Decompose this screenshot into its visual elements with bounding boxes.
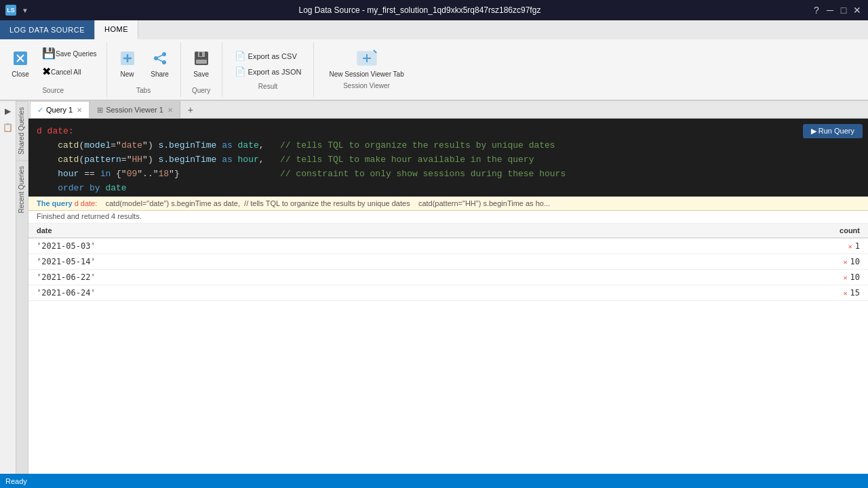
status-text: Ready [5, 477, 27, 485]
title-bar: LS ▼ Log Data Source - my_first_solution… [0, 0, 868, 20]
ribbon-group-source: Close 💾 Save Queries ✖ Cancel All Source [0, 42, 107, 97]
cell-date: '2021-06-22' [28, 270, 593, 285]
svg-point-8 [154, 56, 158, 60]
table-row: '2021-06-22'✕10 [28, 270, 868, 285]
recent-queries-tab[interactable]: Recent Queries [16, 160, 28, 218]
source-group-label: Source [42, 87, 64, 94]
shared-queries-tab[interactable]: Shared Queries [16, 101, 28, 160]
dropdown-arrow-icon[interactable]: ▼ [22, 7, 28, 14]
count-icon: ✕ [844, 274, 848, 281]
new-label: New [121, 70, 134, 78]
count-value: 10 [850, 272, 860, 282]
session-tab-1-close[interactable]: ✕ [167, 106, 173, 114]
new-button[interactable]: New [113, 45, 142, 81]
count-value: 15 [850, 288, 860, 298]
left-panel: ▶ 📋 [0, 101, 16, 474]
app-icon: LS [5, 5, 16, 16]
maximize-button[interactable]: □ [838, 5, 849, 16]
share-button[interactable]: Share [145, 45, 175, 81]
session-tab-1-icon: ⊞ [97, 106, 103, 115]
close-button[interactable]: ✕ [852, 5, 863, 16]
share-icon [149, 47, 171, 69]
query-var-name: d date: [75, 199, 98, 207]
save-queries-button[interactable]: 💾 Save Queries [38, 45, 101, 62]
cell-date: '2021-06-24' [28, 285, 593, 301]
run-query-button[interactable]: ▶ Run Query [803, 124, 863, 138]
save-button[interactable]: Save [186, 45, 216, 81]
new-session-viewer-tab-button[interactable]: New Session Viewer Tab [325, 45, 408, 81]
cell-count: ✕15 [593, 285, 868, 301]
save-icon [191, 47, 212, 69]
share-label: Share [151, 70, 169, 78]
minimize-button[interactable]: ─ [825, 5, 835, 16]
cancel-all-button[interactable]: ✖ Cancel All [38, 63, 101, 80]
ribbon-group-result: 📄 Export as CSV 📄 Export as JSON Result [222, 42, 315, 97]
query-group-label: Query [192, 87, 210, 94]
code-line-2: catd(model="date") s.beginTime as date, … [37, 138, 860, 152]
count-value: 1 [855, 241, 860, 251]
tab-log-data-source[interactable]: LOG DATA SOURCE [0, 20, 95, 39]
side-tabs: Shared Queries Recent Queries [16, 101, 28, 474]
col-header-date: date [28, 224, 593, 238]
ribbon-group-query: Save Query [181, 42, 222, 97]
svg-line-10 [157, 59, 163, 62]
add-tab-button[interactable]: + [183, 102, 198, 117]
table-row: '2021-05-03'✕1 [28, 238, 868, 254]
ribbon-group-tabs: New Share Tabs [107, 42, 181, 97]
finished-text: Finished and returned 4 results. [28, 211, 868, 224]
close-label: Close [12, 70, 29, 78]
query-body: catd(model="date") s.beginTime as date, … [97, 199, 550, 207]
help-button[interactable]: ? [811, 5, 822, 16]
svg-point-7 [162, 60, 166, 64]
save-label: Save [193, 70, 209, 78]
panel-icon-2[interactable]: 📋 [1, 120, 16, 135]
ribbon-group-session-viewer: New Session Viewer Tab Session Viewer [314, 42, 418, 97]
query-tab-1-close[interactable]: ✕ [77, 106, 82, 114]
cell-count: ✕1 [593, 238, 868, 254]
export-json-button[interactable]: 📄 Export as JSON [231, 64, 306, 79]
table-row: '2021-05-14'✕10 [28, 254, 868, 270]
result-group-label: Result [231, 83, 306, 90]
code-editor[interactable]: d date: catd(model="date") s.beginTime a… [28, 119, 868, 197]
query-tabs-bar: ✓ Query 1 ✕ ⊞ Session Viewer 1 ✕ + [28, 101, 868, 119]
close-icon [9, 47, 31, 69]
ribbon: LOG DATA SOURCE HOME Close 💾 Save Querie… [0, 20, 868, 101]
count-icon: ✕ [844, 289, 848, 297]
cell-count: ✕10 [593, 270, 868, 285]
data-table: date count '2021-05-03'✕1'2021-05-14'✕10… [28, 224, 868, 301]
svg-line-9 [157, 55, 163, 58]
cell-count: ✕10 [593, 254, 868, 270]
export-csv-button[interactable]: 📄 Export as CSV [231, 49, 306, 63]
close-button[interactable]: Close [5, 45, 35, 81]
col-header-count: count [593, 224, 868, 238]
table-row: '2021-06-24'✕15 [28, 285, 868, 301]
results-table[interactable]: date count '2021-05-03'✕1'2021-05-14'✕10… [28, 224, 868, 474]
query-tab-1[interactable]: ✓ Query 1 ✕ [30, 101, 90, 118]
panel-icon-1[interactable]: ▶ [1, 104, 16, 119]
count-value: 10 [850, 257, 860, 266]
status-bar: Ready [0, 474, 868, 488]
export-json-label: Export as JSON [248, 68, 302, 76]
save-queries-label: Save Queries [56, 50, 97, 58]
code-line-4: hour == in {"09".."18"} // constraint to… [37, 167, 860, 181]
export-json-icon: 📄 [235, 66, 245, 77]
results-area: The query d date: catd(model="date") s.b… [28, 197, 868, 474]
export-csv-label: Export as CSV [248, 52, 297, 60]
tab-home[interactable]: HOME [95, 20, 138, 39]
main-area: ▶ 📋 Shared Queries Recent Queries ✓ Quer… [0, 101, 868, 474]
code-line-3: catd(pattern="HH") s.beginTime as hour, … [37, 152, 860, 167]
cancel-all-icon: ✖ [42, 65, 51, 78]
count-icon: ✕ [844, 258, 848, 266]
session-tab-1-label: Session Viewer 1 [106, 106, 163, 114]
cell-date: '2021-05-03' [28, 238, 593, 254]
export-csv-icon: 📄 [235, 51, 245, 61]
query-tab-1-label: Query 1 [46, 106, 73, 114]
new-icon [117, 47, 138, 69]
session-viewer-tab-1[interactable]: ⊞ Session Viewer 1 ✕ [90, 101, 180, 118]
svg-rect-13 [199, 52, 202, 56]
query-tab-1-icon: ✓ [37, 106, 43, 115]
new-session-viewer-icon [356, 47, 378, 69]
save-queries-icon: 💾 [42, 47, 56, 60]
code-line-1: d date: [37, 124, 860, 138]
window-title: Log Data Source - my_first_solution_1qd9… [28, 5, 811, 15]
